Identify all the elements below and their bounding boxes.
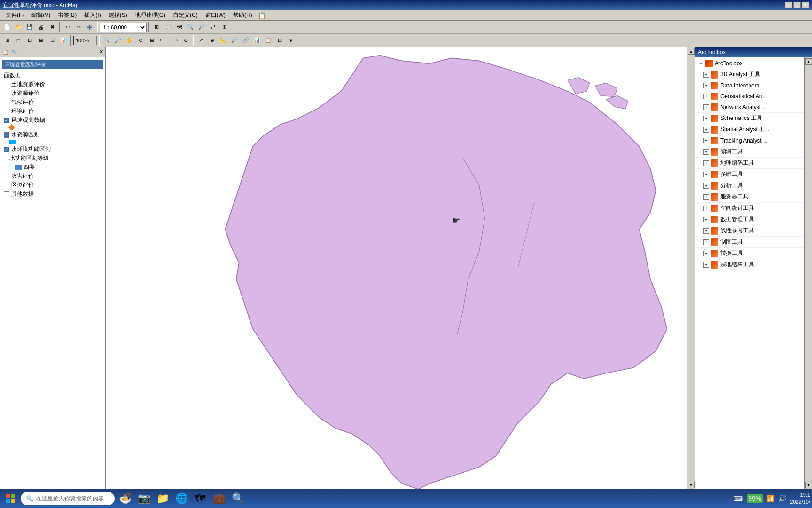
find-tool[interactable]: 🔎	[229, 35, 240, 46]
toc-item-water-func[interactable]: 水环境功能区划	[2, 145, 103, 154]
menu-bookmarks[interactable]: 书签(B)	[54, 10, 80, 20]
toolbox-expand-root[interactable]: −	[698, 61, 703, 66]
toc-item-env[interactable]: 环境评价	[2, 107, 103, 116]
zoom-out-button[interactable]: 🔎	[196, 22, 207, 32]
toolbox-expand-spatial[interactable]: +	[703, 127, 709, 133]
taskbar-app-files[interactable]: 📁	[154, 490, 171, 507]
toolbox-data-interop[interactable]: + Data Interopera...	[695, 80, 804, 91]
tb2-btn1[interactable]: ⊞	[2, 35, 12, 46]
print-button[interactable]: 🖨	[36, 22, 46, 32]
scale-selector[interactable]: 1：60,000 1：10,000 1：50,000	[100, 23, 147, 32]
toolbox-expand-interop[interactable]: +	[703, 83, 709, 88]
maximize-button[interactable]: □	[793, 2, 801, 8]
toolbox-expand-tracking[interactable]: +	[703, 138, 709, 143]
toolbox-spatial[interactable]: + Spatial Analyst 工...	[695, 124, 804, 135]
taskbar-search[interactable]: 🔍 在这里输入你要搜索的内容	[21, 492, 115, 505]
map-vscroll[interactable]: ▲ ▼	[687, 47, 695, 489]
toolbox-3d-analyst[interactable]: + 3D Analyst 工具	[695, 69, 804, 80]
add-data-button[interactable]: ✚	[85, 22, 95, 32]
menu-file[interactable]: 文件(F)	[2, 10, 28, 20]
toolbox-expand-conversion[interactable]: +	[703, 251, 709, 256]
toolbox-expand-analysis[interactable]: +	[703, 183, 709, 189]
tb2-btn6[interactable]: 📊	[58, 35, 69, 46]
toolbox-server[interactable]: + 服务器工具	[695, 191, 804, 203]
toc-item-wind[interactable]: 风速观测数据	[2, 116, 103, 125]
zoom-percent[interactable]: 100%	[73, 36, 97, 45]
taskbar-app-camera[interactable]: 📷	[135, 490, 152, 507]
toc-icon-1[interactable]: 📋	[2, 48, 9, 56]
toolbox-analysis[interactable]: + 分析工具	[695, 180, 804, 191]
scroll-up[interactable]: ▲	[688, 48, 695, 55]
tb2-btn2[interactable]: □	[13, 35, 23, 46]
zoom-minus[interactable]: 🔍	[102, 35, 112, 46]
close-doc-button[interactable]: ✖	[47, 22, 57, 32]
menu-window[interactable]: 窗口(W)	[202, 10, 229, 20]
layout-view-button[interactable]: 📰	[163, 22, 173, 32]
toc-item-disaster[interactable]: 灾害评价	[2, 172, 103, 181]
extra-button[interactable]: ⊕	[219, 22, 229, 32]
toc-checkbox-location[interactable]	[4, 183, 9, 188]
toc-item-climate[interactable]: 气候评价	[2, 98, 103, 107]
menu-select[interactable]: 选择(S)	[105, 10, 131, 20]
toc-item-location[interactable]: 区位评价	[2, 181, 103, 190]
toc-item-other[interactable]: 其他数据	[2, 190, 103, 198]
toolbox-geocoding[interactable]: + 地理编码工具	[695, 158, 804, 169]
toolbox-expand-linear-ref[interactable]: +	[703, 228, 709, 234]
close-button[interactable]: ✕	[802, 2, 809, 8]
toolbox-expand-network[interactable]: +	[703, 104, 709, 110]
toolbox-geostat[interactable]: + Geostatistical An...	[695, 91, 804, 102]
menu-customize[interactable]: 自定义(C)	[169, 10, 202, 20]
new-button[interactable]: 📄	[2, 22, 12, 32]
toolbox-expand-server[interactable]: +	[703, 194, 709, 200]
toc-icon-2[interactable]: 🔧	[10, 48, 18, 56]
tb2-dropdown[interactable]: ▼	[286, 35, 296, 46]
toc-item-water-resource[interactable]: 水资源评价	[2, 89, 103, 98]
data-view-button[interactable]: 🗺	[174, 22, 184, 32]
toolbox-schematics[interactable]: + Schematics 工具	[695, 113, 804, 124]
menu-extra[interactable]: 📋	[258, 12, 266, 19]
toolbox-expand-schematics[interactable]: +	[703, 116, 709, 121]
open-button[interactable]: 📂	[13, 22, 23, 32]
toc-item-water-zone[interactable]: 水资源区划	[2, 130, 103, 139]
save-button[interactable]: 💾	[24, 22, 35, 32]
toolbox-expand-geocoding[interactable]: +	[703, 160, 709, 166]
toolbox-expand-data-mgmt[interactable]: +	[703, 217, 709, 222]
taskbar-app-bag[interactable]: 💼	[211, 490, 227, 507]
toc-close[interactable]: ✕	[99, 49, 103, 55]
menu-help[interactable]: 帮助(H)	[229, 10, 256, 20]
taskbar-app-noodles[interactable]: 🍜	[117, 490, 133, 507]
toc-checkbox-water-resource[interactable]	[4, 91, 9, 96]
toolbox-expand-parcel[interactable]: +	[703, 262, 709, 268]
start-button[interactable]	[2, 490, 19, 507]
toc-checkbox-wind[interactable]	[4, 118, 9, 123]
redo-button[interactable]: ↪	[73, 22, 84, 32]
hyperlink-tool[interactable]: 🔗	[241, 35, 251, 46]
select-tool[interactable]: ⊕	[180, 35, 191, 46]
menu-edit[interactable]: 编辑(V)	[28, 10, 54, 20]
toolbox-edit[interactable]: + 编辑工具	[695, 146, 804, 158]
toolbox-parcel[interactable]: + 宗地结构工具	[695, 259, 804, 270]
toolbox-scrollbar[interactable]: ▲ ▼	[804, 57, 812, 489]
taskbar-app-maps[interactable]: 🗺	[192, 490, 209, 507]
taskbar-app-search2[interactable]: 🔍	[229, 490, 246, 507]
minimize-button[interactable]: —	[785, 2, 792, 8]
undo-button[interactable]: ↩	[62, 22, 72, 32]
toolbox-linear-ref[interactable]: + 线性参考工具	[695, 225, 804, 237]
clear-select[interactable]: ⊗	[207, 35, 217, 46]
toolbox-spatial-stats[interactable]: + 空间统计工具	[695, 203, 804, 214]
tb2-btn4[interactable]: ⊠	[36, 35, 46, 46]
toolbox-cartography[interactable]: + 制图工具	[695, 237, 804, 248]
scroll-down[interactable]: ▼	[688, 482, 695, 488]
toolbox-scroll-up[interactable]: ▲	[805, 58, 812, 65]
next-extent[interactable]: ⟶	[169, 35, 180, 46]
pan-tool[interactable]: ✋	[124, 35, 134, 46]
identify-tool[interactable]: ⊙	[135, 35, 146, 46]
tb2-more2[interactable]: 📋	[263, 35, 273, 46]
menu-geoprocessing[interactable]: 地理处理(G)	[131, 10, 169, 20]
toc-checkbox-land[interactable]	[4, 82, 9, 87]
taskbar-app-browser[interactable]: 🌐	[173, 490, 190, 507]
toc-checkbox-climate[interactable]	[4, 100, 9, 105]
full-extent2[interactable]: ⊠	[147, 35, 157, 46]
zoom-in-button[interactable]: 🔍	[185, 22, 195, 32]
toolbox-expand-spatial-stats[interactable]: +	[703, 206, 709, 211]
